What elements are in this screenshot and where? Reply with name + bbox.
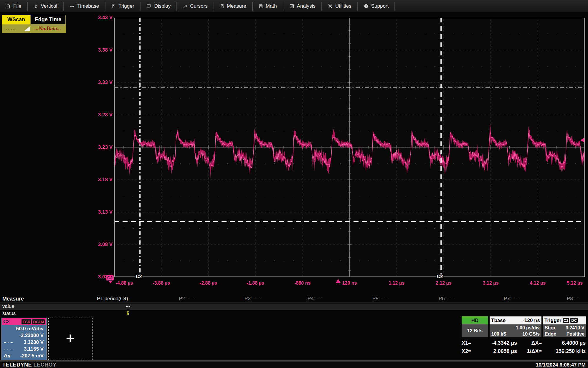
measure-column-p5[interactable]: P5:- - - — [372, 296, 388, 302]
measure-column-p1[interactable]: P1:period(C4) — [97, 296, 128, 302]
delta-y-label: Δy — [4, 352, 11, 359]
add-trace-box[interactable]: + — [48, 318, 93, 360]
measure-value-label: value — [2, 303, 14, 309]
x1-label: X1= — [462, 339, 479, 347]
cursor-x2-tag[interactable]: C2 — [436, 274, 444, 279]
horizontal-arrows-icon — [70, 4, 75, 9]
menu-item-utilities[interactable]: Utilities — [322, 0, 357, 12]
channel-offset-arrow-icon — [108, 281, 113, 283]
timebase-samples: 100 kS — [491, 331, 506, 337]
file-icon — [6, 4, 11, 9]
menu-item-analysis[interactable]: Analysis — [283, 0, 321, 12]
measure-column-p7[interactable]: P7:- - - — [504, 296, 519, 302]
calculator-icon — [259, 4, 263, 9]
oscilloscope-screen: File Vertical Timebase Trigger Display C… — [0, 0, 588, 368]
trigger-flag-icon — [111, 4, 116, 9]
info-icon — [364, 4, 369, 9]
timebase-per-div: 1.00 µs/div — [516, 325, 540, 331]
inv-dx-label: 1/ΔX= — [517, 347, 542, 355]
channel-scale: 50.0 mV/div — [2, 325, 46, 332]
menu-item-label: Vertical — [41, 3, 57, 9]
measure-column-p4[interactable]: P4:- - - — [308, 296, 323, 302]
trigger-header: Trigger C2 DC — [543, 316, 586, 324]
menu-item-vertical[interactable]: Vertical — [28, 0, 63, 12]
measure-value-row: value --- — [0, 303, 588, 310]
chart-icon — [289, 4, 294, 9]
plus-icon: + — [66, 332, 75, 344]
menu-bar: File Vertical Timebase Trigger Display C… — [0, 0, 588, 13]
y-axis-label: 3.38 V — [85, 47, 113, 53]
wscan-status-bar: ... ... ...No.Data... — [2, 24, 66, 33]
brand-logo: TELEDYNE LECROY — [2, 362, 57, 368]
timebase-sampling-line: 100 kS 10 GS/s — [490, 331, 541, 337]
trigger-box[interactable]: Trigger C2 DC Stop 3.2410 V Edge Positiv… — [543, 316, 586, 337]
timebase-box[interactable]: Tbase -120 ns 1.00 µs/div 100 kS 10 GS/s — [490, 316, 541, 337]
trigger-level: 3.2410 V — [566, 325, 584, 331]
x2-label: X2= — [462, 347, 479, 355]
menu-item-math[interactable]: Math — [253, 0, 283, 12]
channel-offset-marker[interactable]: C2 — [106, 275, 114, 280]
waveform-grid — [114, 18, 585, 277]
menu-item-timebase[interactable]: Timebase — [64, 0, 105, 12]
measure-title: Measure — [2, 296, 24, 302]
measure-column-p3[interactable]: P3:- - - — [245, 296, 260, 302]
menu-item-display[interactable]: Display — [141, 0, 176, 12]
menu-separator — [394, 2, 395, 11]
y-axis-label: 3.23 V — [85, 144, 113, 150]
timebase-rate: 10 GS/s — [522, 331, 540, 337]
timebase-header: Tbase -120 ns — [490, 316, 541, 324]
channel-offset: -3.23000 V — [2, 332, 46, 339]
wscan-mode-button[interactable]: Edge Time — [30, 15, 66, 24]
timebase-label: Tbase — [491, 318, 506, 324]
notepad-icon — [220, 4, 224, 9]
y-axis-label: 3.43 V — [85, 15, 113, 21]
bottom-bar: TELEDYNE LECROY 10/1/2024 6:06:47 PM — [0, 362, 588, 368]
channel-c2-descriptor[interactable]: C2 ESR DC1M 50.0 mV/div -3.23000 V – · –… — [1, 318, 47, 360]
timebase-scale-line: 1.00 µs/div — [490, 325, 541, 331]
dotted-line-icon: · · · · — [4, 346, 14, 352]
measure-header-row: Measure P1:period(C4)P2:- - -P3:- - -P4:… — [0, 295, 588, 303]
trigger-mode-line: Stop 3.2410 V — [543, 325, 586, 331]
x-axis-label: 4.12 µs — [520, 280, 555, 286]
menu-item-support[interactable]: Support — [358, 0, 395, 12]
menu-item-label: Trigger — [118, 3, 134, 9]
trigger-label: Trigger — [544, 318, 561, 324]
trigger-source-badge: C2 — [563, 318, 569, 323]
menu-item-file[interactable]: File — [0, 0, 27, 12]
hd-mode-header: HD — [462, 316, 488, 324]
menu-item-trigger[interactable]: Trigger — [105, 0, 140, 12]
menu-item-label: Analysis — [297, 3, 316, 9]
x-axis-label: 1.12 µs — [379, 280, 414, 286]
menu-item-cursors[interactable]: Cursors — [177, 0, 214, 12]
wscan-button[interactable]: WScan — [2, 15, 30, 24]
cursor-x1-tag[interactable]: C2 — [135, 274, 143, 279]
x-axis-label: -880 ns — [285, 280, 320, 286]
trigger-slope: Positive — [566, 331, 584, 337]
channel-c2-header: C2 ESR DC1M — [2, 318, 46, 325]
dx-value: 6.4000 µs — [542, 339, 587, 347]
invalid-figure-icon — [125, 311, 130, 317]
menu-item-label: Support — [371, 3, 389, 9]
y-axis-label: 3.28 V — [85, 112, 113, 118]
channel-delta-y: Δy -207.5 mV — [2, 352, 46, 359]
wscan-dots: ... ... — [2, 27, 16, 31]
measure-column-p2[interactable]: P2:- - - — [179, 296, 194, 302]
measure-status-label: status — [2, 311, 16, 316]
measure-column-p6[interactable]: P6:- - - — [439, 296, 454, 302]
cursor-arrow-icon — [183, 4, 187, 9]
menu-item-measure[interactable]: Measure — [214, 0, 252, 12]
trigger-coupling-badge: DC — [570, 318, 578, 323]
trigger-time-marker[interactable] — [336, 279, 341, 283]
x-axis-label: -3.88 µs — [144, 280, 179, 286]
datetime-display: 10/1/2024 6:06:47 PM — [536, 362, 586, 368]
trigger-mode: Stop — [545, 325, 555, 331]
dx-label: ΔX= — [517, 339, 542, 347]
channel-coupling-badge: DC1M — [32, 319, 45, 324]
grid-plot-svg — [114, 18, 585, 277]
trigger-type-line: Edge Positive — [543, 331, 586, 337]
acquisition-mode-box[interactable]: HD 12 Bits — [462, 316, 488, 337]
timebase-delay: -120 ns — [523, 318, 540, 324]
menu-item-label: Math — [266, 3, 277, 9]
measure-separator — [0, 303, 588, 303]
channel-cursor1-readout: – · – 3.3230 V — [2, 339, 46, 346]
